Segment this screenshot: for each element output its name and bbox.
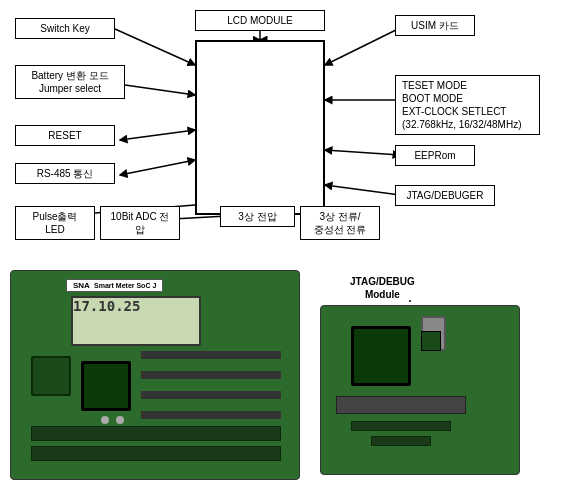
battery-box: Battery 변환 모드Jumper select	[15, 65, 125, 99]
photos-section: SNA Smart Meter SoC J 17.10.25	[10, 270, 550, 490]
jtag-arrow-svg	[350, 270, 470, 305]
rs485-box: RS-485 통신	[15, 163, 115, 184]
pulse-led-box: Pulse출력 LED	[15, 206, 95, 240]
svg-line-0	[115, 29, 195, 65]
jtag-main-connector	[336, 396, 466, 414]
pcb-connector-strip3	[141, 391, 281, 399]
jtag-main-chip	[351, 326, 411, 386]
block-diagram: Switch Key Battery 변환 모드Jumper select RE…	[10, 10, 550, 270]
pcb-connector-strip2	[141, 371, 281, 379]
pcb-bottom-connector2	[31, 446, 281, 461]
test-mode-box: TESET MODEBOOT MODEEXT-CLOCK SETLECT(32.…	[395, 75, 540, 135]
pcb-chip-secondary	[81, 361, 131, 411]
pcb-photo: SNA Smart Meter SoC J 17.10.25	[10, 270, 300, 480]
svg-line-14	[325, 185, 400, 195]
jtag-small-chip	[421, 331, 441, 351]
svg-line-1	[125, 85, 195, 95]
jtag-debuger-box: JTAG/DEBUGER	[395, 185, 495, 206]
center-chip-box	[195, 40, 325, 215]
pcb-chip-main	[31, 356, 71, 396]
svg-line-13	[325, 150, 400, 155]
sna-brand-label: SNA Smart Meter SoC J	[66, 279, 163, 292]
reset-box: RESET	[15, 125, 115, 146]
lcd-module-box: LCD MODULE	[195, 10, 325, 31]
adc-box: 10Bit ADC 전압	[100, 206, 180, 240]
usim-box: USIM 카드	[395, 15, 475, 36]
pcb-connector-strip	[141, 351, 281, 359]
jtag-secondary-connector	[351, 421, 451, 431]
eeprom-box: EEPRom	[395, 145, 475, 166]
pcb-photo-container: SNA Smart Meter SoC J 17.10.25	[10, 270, 300, 480]
svg-line-2	[120, 130, 195, 140]
jtag-tertiary-connector	[371, 436, 431, 446]
voltage-3phase-box: 3상 전압	[220, 206, 295, 227]
pcb-component-cap2	[116, 416, 124, 424]
pcb-lcd-display: 17.10.25	[73, 298, 199, 314]
pcb-component-cap	[101, 416, 109, 424]
battery-text: Battery 변환 모드Jumper select	[31, 70, 108, 94]
jtag-photo-container: JTAG/DEBUGModule	[320, 270, 520, 475]
jtag-photo	[320, 305, 520, 475]
pcb-connector-strip4	[141, 411, 281, 419]
current-3phase-text: 3상 전류/중성선 전류	[314, 211, 367, 235]
switch-key-box: Switch Key	[15, 18, 115, 39]
svg-line-11	[325, 28, 400, 65]
svg-line-3	[120, 160, 195, 175]
pcb-lcd-screen: 17.10.25	[71, 296, 201, 346]
current-3phase-box: 3상 전류/중성선 전류	[300, 206, 380, 240]
test-mode-text: TESET MODEBOOT MODEEXT-CLOCK SETLECT(32.…	[402, 80, 522, 130]
pcb-bottom-connector	[31, 426, 281, 441]
